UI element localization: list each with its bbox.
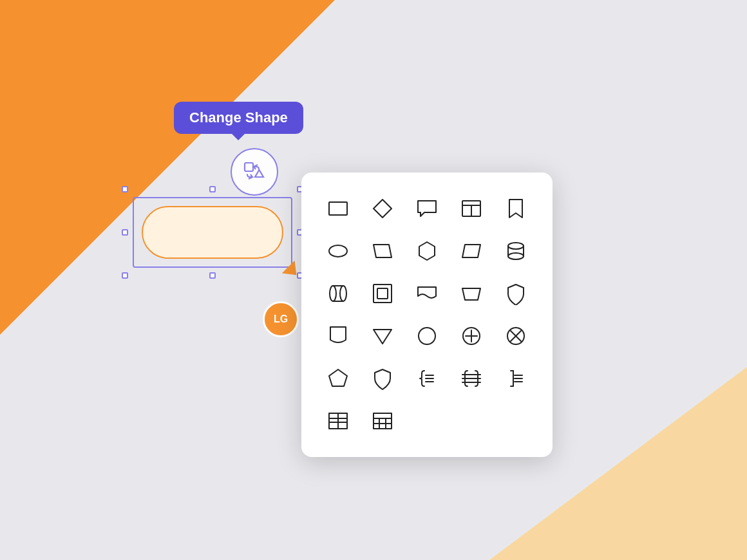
shape-triangle-down[interactable] (364, 318, 401, 354)
avatar-initials: LG (274, 313, 288, 325)
svg-marker-21 (462, 288, 480, 300)
shape-picker-panel (301, 173, 553, 457)
svg-marker-1 (255, 170, 263, 177)
shape-cylinder-h[interactable] (320, 275, 356, 312)
handle-mid-left[interactable] (122, 229, 128, 236)
shape-circle-plus[interactable] (453, 318, 489, 354)
handle-bot-mid[interactable] (209, 272, 216, 279)
shape-window-frame[interactable] (453, 191, 489, 227)
selected-shape[interactable] (142, 206, 283, 259)
shape-table-2col[interactable] (320, 403, 356, 439)
svg-marker-8 (374, 245, 392, 257)
change-shape-tooltip: Change Shape (174, 102, 303, 134)
shape-pentagon[interactable] (320, 360, 356, 397)
svg-marker-9 (419, 242, 435, 260)
svg-marker-30 (329, 369, 347, 386)
svg-rect-19 (374, 285, 392, 303)
change-shape-icon (241, 158, 268, 185)
shape-bookmark[interactable] (498, 191, 534, 227)
change-shape-button[interactable] (231, 148, 278, 196)
svg-rect-20 (377, 288, 388, 299)
svg-rect-46 (374, 413, 392, 429)
shape-wave[interactable] (409, 275, 445, 312)
shape-parallelogram-left[interactable] (364, 233, 401, 269)
canvas-area: Change Shape LG (0, 0, 747, 560)
shape-chat-bubble[interactable] (409, 191, 445, 227)
shape-trapezoid[interactable] (453, 275, 489, 312)
shape-shield-round[interactable] (498, 275, 534, 312)
handle-top-left[interactable] (122, 186, 128, 192)
svg-rect-0 (245, 163, 253, 171)
shape-brace-list[interactable] (409, 360, 445, 397)
shape-hexagon[interactable] (409, 233, 445, 269)
tooltip-label: Change Shape (189, 109, 288, 126)
shape-table-grid[interactable] (364, 403, 401, 439)
shape-circle[interactable] (409, 318, 445, 354)
svg-marker-10 (462, 245, 480, 257)
svg-point-18 (340, 286, 346, 301)
shape-parallelogram-right[interactable] (453, 233, 489, 269)
svg-marker-22 (374, 330, 392, 344)
avatar: LG (263, 301, 299, 337)
shape-circle-x[interactable] (498, 318, 534, 354)
svg-point-23 (419, 328, 435, 344)
selection-border (133, 197, 292, 268)
svg-point-14 (508, 253, 524, 259)
shape-frame[interactable] (364, 275, 401, 312)
shape-entity-rel[interactable] (453, 360, 489, 397)
svg-rect-2 (329, 202, 347, 215)
shape-bracket-list[interactable] (498, 360, 534, 397)
shape-oval[interactable] (320, 233, 356, 269)
svg-point-7 (329, 245, 347, 257)
shape-document[interactable] (320, 318, 356, 354)
shape-shield-simple[interactable] (364, 360, 401, 397)
shape-cylinder[interactable] (498, 233, 534, 269)
handle-top-mid[interactable] (209, 186, 216, 192)
svg-marker-3 (374, 200, 392, 218)
handle-bot-left[interactable] (122, 272, 128, 279)
shape-diamond[interactable] (364, 191, 401, 227)
shapes-grid (319, 191, 534, 439)
svg-point-11 (508, 243, 524, 249)
shape-rectangle[interactable] (320, 191, 356, 227)
svg-point-15 (330, 286, 336, 301)
